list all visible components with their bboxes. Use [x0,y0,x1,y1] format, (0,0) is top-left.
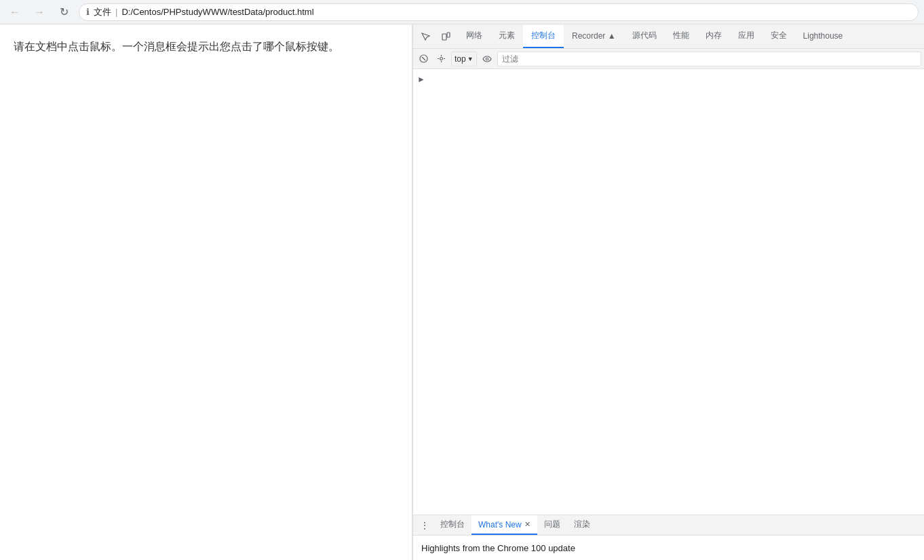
forward-button[interactable]: → [30,3,49,22]
tab-console[interactable]: 控制台 [523,24,564,48]
svg-point-9 [486,58,488,60]
close-whats-new-icon[interactable]: ✕ [524,520,531,529]
browser-toolbar: ← → ↻ ℹ 文件 | D:/Centos/PHPstudyWWW/testD… [0,0,924,24]
svg-rect-0 [442,34,446,40]
live-expression-button[interactable] [480,52,495,66]
console-settings-button[interactable] [434,52,448,66]
console-expand-arrow[interactable]: ► [417,75,425,84]
tab-memory[interactable]: 内存 [697,24,730,48]
protocol-label: 文件 [94,6,111,18]
drawer-tab-whats-new[interactable]: What's New ✕ [471,515,537,535]
devtools-toolbar: 网络 元素 控制台 Recorder ▲ 源代码 性能 内存 [413,24,924,49]
tab-elements[interactable]: 元素 [490,24,523,48]
tab-lighthouse[interactable]: Lighthouse [795,24,851,48]
drawer-content: Highlights from the Chrome 100 update [413,536,924,560]
devtools-tabs: 网络 元素 控制台 Recorder ▲ 源代码 性能 内存 [458,24,924,48]
page-text: 请在文档中点击鼠标。一个消息框会提示出您点击了哪个鼠标按键。 [14,38,398,56]
device-toggle-button[interactable] [436,27,455,46]
devtools-drawer: ⋮ 控制台 What's New ✕ 问题 渲染 Highlights from… [413,515,924,560]
console-bar: top ▼ [413,49,924,69]
tab-network[interactable]: 网络 [458,24,490,48]
refresh-button[interactable]: ↻ [54,3,73,22]
devtools-toolbar-left [413,27,458,46]
tab-performance[interactable]: 性能 [665,24,697,48]
tab-recorder[interactable]: Recorder ▲ [564,24,624,48]
protocol-icon: ℹ [86,7,90,17]
tab-application[interactable]: 应用 [730,24,763,48]
address-text: D:/Centos/PHPstudyWWW/testData/product.h… [121,7,313,17]
devtools-panel: 网络 元素 控制台 Recorder ▲ 源代码 性能 内存 [412,24,924,560]
drawer-content-text: Highlights from the Chrome 100 update [421,543,575,553]
drawer-tab-console[interactable]: 控制台 [434,515,471,535]
drawer-tabs: ⋮ 控制台 What's New ✕ 问题 渲染 [413,515,924,536]
svg-line-3 [422,57,425,60]
svg-rect-1 [447,33,450,37]
drawer-tab-issues[interactable]: 问题 [537,515,567,535]
drawer-tab-rendering[interactable]: 渲染 [567,515,597,535]
tab-security[interactable]: 安全 [763,24,795,48]
context-selector[interactable]: top ▼ [451,52,477,66]
clear-console-button[interactable] [416,52,431,66]
page-content: 请在文档中点击鼠标。一个消息框会提示出您点击了哪个鼠标按键。 [0,24,412,560]
back-button[interactable]: ← [5,3,24,22]
main-area: 请在文档中点击鼠标。一个消息框会提示出您点击了哪个鼠标按键。 [0,24,924,560]
filter-input[interactable] [497,52,921,66]
address-bar[interactable]: ℹ 文件 | D:/Centos/PHPstudyWWW/testData/pr… [79,3,919,21]
inspect-element-button[interactable] [416,27,435,46]
drawer-more-button[interactable]: ⋮ [416,517,434,534]
svg-point-4 [440,58,442,60]
console-content: ► [413,69,924,515]
tab-sources[interactable]: 源代码 [624,24,665,48]
